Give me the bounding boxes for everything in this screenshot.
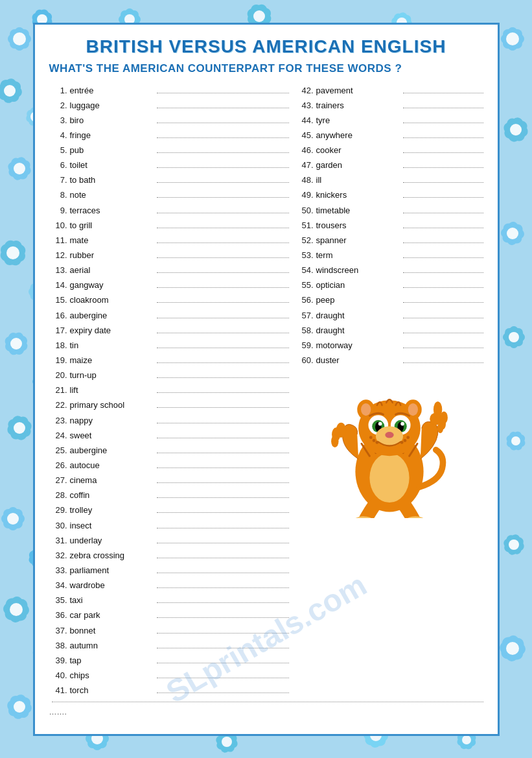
answer-line[interactable] bbox=[157, 257, 289, 258]
answer-line[interactable] bbox=[157, 633, 289, 634]
word-text: spanner bbox=[316, 234, 400, 247]
list-item: 20. turn-up bbox=[49, 369, 289, 382]
svg-point-72 bbox=[3, 600, 30, 619]
answer-line[interactable] bbox=[157, 137, 289, 138]
svg-point-148 bbox=[498, 633, 527, 663]
answer-line[interactable] bbox=[157, 182, 289, 183]
answer-line[interactable] bbox=[403, 287, 483, 288]
answer-line[interactable] bbox=[157, 272, 289, 273]
answer-line[interactable] bbox=[403, 152, 483, 153]
answer-line[interactable] bbox=[157, 678, 289, 678]
svg-point-85 bbox=[505, 27, 520, 51]
answer-line[interactable] bbox=[157, 453, 289, 453]
word-text: toilet bbox=[70, 159, 154, 172]
list-item: 17. expiry date bbox=[49, 324, 289, 337]
answer-line[interactable] bbox=[157, 318, 289, 318]
svg-point-60 bbox=[6, 507, 20, 530]
word-text: fringe bbox=[70, 129, 154, 142]
word-number: 47. bbox=[295, 159, 314, 172]
answer-line[interactable] bbox=[403, 362, 483, 363]
list-item: 51. trousers bbox=[295, 219, 483, 232]
answer-line[interactable] bbox=[403, 243, 483, 243]
list-item: 18. tin bbox=[49, 339, 289, 352]
answer-line[interactable] bbox=[157, 602, 289, 603]
answer-line[interactable] bbox=[403, 318, 483, 318]
answer-line[interactable] bbox=[157, 558, 289, 558]
answer-line[interactable] bbox=[157, 213, 289, 213]
answer-line[interactable] bbox=[157, 693, 289, 693]
word-text: trolley bbox=[70, 504, 154, 517]
answer-line[interactable] bbox=[157, 663, 289, 663]
list-item: 4. fringe bbox=[49, 129, 289, 142]
svg-point-52 bbox=[5, 415, 34, 441]
answer-line[interactable] bbox=[157, 497, 289, 498]
answer-line[interactable] bbox=[403, 197, 483, 198]
word-number: 32. bbox=[49, 549, 67, 562]
list-item: 35. taxi bbox=[49, 594, 289, 607]
answer-line[interactable] bbox=[157, 362, 289, 363]
answer-line[interactable] bbox=[403, 333, 483, 333]
answer-line[interactable] bbox=[157, 197, 289, 198]
svg-point-61 bbox=[0, 505, 27, 532]
answer-line[interactable] bbox=[157, 302, 289, 303]
list-item: 13. aerial bbox=[49, 264, 289, 277]
answer-line[interactable] bbox=[157, 648, 289, 648]
answer-line[interactable] bbox=[157, 287, 289, 288]
word-number: 57. bbox=[295, 309, 314, 322]
answer-line[interactable] bbox=[157, 512, 289, 513]
answer-line[interactable] bbox=[157, 468, 289, 468]
svg-point-20 bbox=[10, 156, 30, 182]
svg-point-33 bbox=[1, 238, 25, 268]
word-number: 45. bbox=[295, 129, 314, 142]
svg-point-64 bbox=[7, 513, 19, 525]
word-number: 42. bbox=[295, 84, 314, 97]
answer-line[interactable] bbox=[157, 243, 289, 243]
word-text: autocue bbox=[70, 459, 154, 472]
answer-line[interactable] bbox=[403, 302, 483, 303]
word-text: to grill bbox=[70, 219, 154, 232]
answer-line[interactable] bbox=[157, 93, 289, 93]
answer-line[interactable] bbox=[157, 543, 289, 543]
answer-line[interactable] bbox=[157, 152, 289, 153]
answer-line[interactable] bbox=[157, 108, 289, 108]
answer-line[interactable] bbox=[157, 482, 289, 483]
answer-line[interactable] bbox=[403, 167, 483, 168]
answer-line[interactable] bbox=[157, 167, 289, 168]
list-item: 15. cloakroom bbox=[49, 294, 289, 307]
answer-line[interactable] bbox=[403, 272, 483, 273]
answer-line[interactable] bbox=[157, 438, 289, 438]
answer-line[interactable] bbox=[403, 228, 483, 228]
word-text: optician bbox=[316, 279, 400, 292]
answer-line[interactable] bbox=[403, 108, 483, 108]
answer-line[interactable] bbox=[157, 407, 289, 408]
svg-point-128 bbox=[507, 430, 526, 453]
answer-line[interactable] bbox=[157, 377, 289, 378]
svg-point-88 bbox=[499, 25, 526, 52]
answer-line[interactable] bbox=[157, 573, 289, 573]
right-column: 42. pavement 43. trainers 44. tyre 45. a… bbox=[295, 84, 483, 700]
svg-point-117 bbox=[503, 331, 525, 344]
answer-line[interactable] bbox=[403, 257, 483, 258]
answer-line[interactable] bbox=[403, 213, 483, 213]
svg-point-30 bbox=[0, 237, 26, 268]
answer-line[interactable] bbox=[157, 423, 289, 423]
answer-line[interactable] bbox=[157, 617, 289, 618]
word-text: entrée bbox=[70, 84, 154, 97]
answer-line[interactable] bbox=[403, 93, 483, 93]
svg-point-80 bbox=[10, 693, 29, 720]
word-number: 5. bbox=[49, 144, 67, 157]
answer-line[interactable] bbox=[157, 587, 289, 588]
answer-line[interactable] bbox=[157, 348, 289, 348]
answer-line[interactable] bbox=[403, 137, 483, 138]
svg-point-11 bbox=[0, 77, 24, 104]
word-number: 8. bbox=[49, 189, 67, 202]
answer-line[interactable] bbox=[157, 228, 289, 228]
answer-line[interactable] bbox=[157, 333, 289, 333]
answer-line[interactable] bbox=[157, 392, 289, 393]
answer-line[interactable] bbox=[403, 348, 483, 348]
answer-line[interactable] bbox=[403, 123, 483, 123]
answer-line[interactable] bbox=[157, 123, 289, 123]
list-item: 55. optician bbox=[295, 279, 483, 292]
answer-line[interactable] bbox=[403, 182, 483, 183]
answer-line[interactable] bbox=[157, 528, 289, 528]
